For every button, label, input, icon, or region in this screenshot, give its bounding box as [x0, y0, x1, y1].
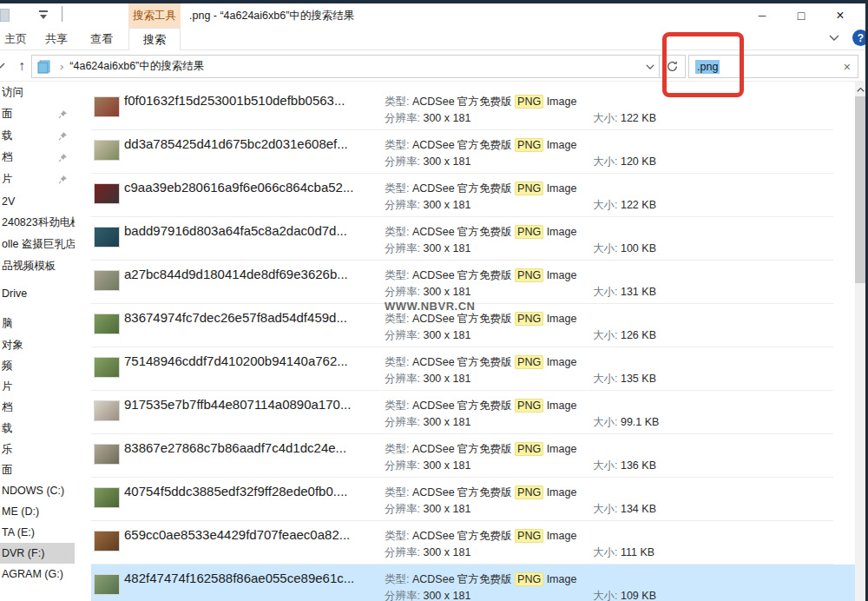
scrollbar-thumb[interactable]: [855, 96, 865, 283]
file-row[interactable]: 482f47474f162588f86ae055ce89e61c... 类型: …: [91, 565, 855, 601]
file-resolution: 分辨率: 300 x 181: [385, 372, 470, 386]
file-resolution: 分辨率: 300 x 181: [385, 328, 470, 343]
window-title: .png - “4a624ai6xb6”中的搜索结果: [189, 3, 354, 28]
file-type: 类型: ACDSee 官方免费版 PNG Image: [385, 138, 576, 153]
tab-view[interactable]: 查看: [82, 28, 122, 50]
file-resolution: 分辨率: 300 x 181: [385, 155, 470, 169]
file-size: 大小: 99.1 KB: [593, 415, 659, 430]
quick-access-toolbar-icon[interactable]: [0, 9, 10, 22]
sidebar-item[interactable]: 访问: [0, 82, 75, 103]
breadcrumb[interactable]: “4a624ai6xb6”中的搜索结果: [69, 59, 204, 74]
sidebar-item[interactable]: Drive: [0, 282, 75, 304]
file-row[interactable]: c9aa39eb280616a9f6e066c864cba52... 类型: A…: [91, 174, 855, 217]
file-row[interactable]: 917535e7b7ffb44e807114a0890a170... 类型: A…: [91, 391, 855, 434]
file-name: c9aa39eb280616a9f6e066c864cba52...: [124, 180, 353, 195]
ribbon-tab-row: 主页 共享 查看 搜索 ?: [0, 28, 865, 50]
address-dropdown-icon[interactable]: [646, 63, 654, 69]
file-name: 83867e27868c7b86aadf7c4d1dc24e...: [124, 440, 346, 455]
file-size: 大小: 135 KB: [593, 372, 656, 386]
sidebar-item-label: 档: [2, 400, 13, 415]
file-row[interactable]: 659cc0ae8533e4429fd707feaec0a82... 类型: A…: [91, 521, 855, 565]
sidebar-item[interactable]: 2V: [0, 190, 75, 212]
minimize-button[interactable]: ─: [748, 3, 776, 28]
file-type: 类型: ACDSee 官方免费版 PNG Image: [385, 399, 576, 413]
sidebar-item[interactable]: 片: [0, 168, 75, 190]
sidebar-item[interactable]: 面: [0, 103, 75, 125]
sidebar-item-label: 240823科劲电机: [2, 215, 75, 230]
file-size: 大小: 122 KB: [593, 111, 656, 126]
sidebar-item[interactable]: NDOWS (C:): [0, 480, 75, 501]
title-bar: 搜索工具 .png - “4a624ai6xb6”中的搜索结果 ─ □ ×: [0, 3, 865, 28]
clear-search-icon[interactable]: ×: [844, 56, 851, 77]
file-row[interactable]: f0f01632f15d253001b510defbb0563... 类型: A…: [91, 87, 855, 130]
explorer-window: 搜索工具 .png - “4a624ai6xb6”中的搜索结果 ─ □ × 主页…: [0, 0, 868, 601]
sidebar-item[interactable]: 面: [0, 459, 75, 480]
file-type: 类型: ACDSee 官方免费版 PNG Image: [385, 572, 576, 587]
sidebar-item[interactable]: 对象: [0, 334, 75, 355]
sidebar-item[interactable]: 片: [0, 376, 75, 397]
address-bar[interactable]: › “4a624ai6xb6”中的搜索结果: [31, 55, 660, 78]
file-name: 40754f5ddc3885edf32f9ff28ede0fb0....: [124, 484, 347, 499]
sidebar-item-label: TA (E:): [2, 526, 35, 538]
file-resolution: 分辨率: 300 x 181: [385, 459, 470, 473]
refresh-button[interactable]: [660, 55, 686, 78]
ribbon-collapse-icon[interactable]: [829, 34, 839, 41]
maximize-button[interactable]: □: [787, 3, 815, 28]
file-row[interactable]: 83867e27868c7b86aadf7c4d1dc24e... 类型: AC…: [91, 434, 855, 478]
search-tools-contextual-tab[interactable]: 搜索工具: [128, 3, 181, 28]
file-thumbnail: [94, 270, 120, 291]
sidebar-item[interactable]: DVR (F:): [0, 543, 75, 564]
file-thumbnail: [94, 96, 120, 117]
file-thumbnail: [94, 487, 120, 508]
search-value[interactable]: .png: [695, 60, 720, 74]
recent-locations-icon[interactable]: [0, 62, 5, 69]
search-results-list: f0f01632f15d253001b510defbb0563... 类型: A…: [91, 87, 855, 601]
customize-quick-access-icon[interactable]: [38, 10, 50, 21]
file-row[interactable]: 40754f5ddc3885edf32f9ff28ede0fb0.... 类型:…: [91, 478, 855, 521]
sidebar-item[interactable]: 脑: [0, 313, 75, 334]
file-size: 大小: 136 KB: [593, 459, 656, 473]
navigation-pane: 访问 面 载 档 片 2V: [0, 82, 75, 601]
sidebar-item-label: NDOWS (C:): [2, 485, 64, 497]
sidebar-item[interactable]: 乐: [0, 439, 75, 459]
file-row[interactable]: badd97916d803a64fa5c8a2dac0d7d... 类型: AC…: [91, 217, 855, 261]
file-thumbnail: [94, 357, 120, 378]
sidebar-item[interactable]: 载: [0, 125, 75, 147]
sidebar-item[interactable]: 载: [0, 418, 75, 439]
tab-share[interactable]: 共享: [36, 28, 76, 50]
breadcrumb-chevron-icon: ›: [60, 60, 63, 73]
close-button[interactable]: ×: [826, 3, 854, 28]
sidebar-item[interactable]: olle 盗摄巨乳店: [0, 234, 75, 255]
file-name: 83674974fc7dec26e57f8ad54df459d...: [124, 310, 347, 325]
file-name: 482f47474f162588f86ae055ce89e61c...: [124, 571, 354, 585]
file-row[interactable]: 75148946cddf7d410200b94140a762... 类型: AC…: [91, 347, 855, 391]
file-size: 大小: 122 KB: [593, 198, 656, 213]
sidebar-item[interactable]: AGRAM (G:): [0, 564, 75, 584]
sidebar-item[interactable]: 档: [0, 397, 75, 418]
search-input[interactable]: .png ×: [688, 55, 858, 78]
file-thumbnail: [94, 444, 120, 465]
sidebar-item[interactable]: ME (D:): [0, 501, 75, 522]
sidebar-item-label: 片: [2, 172, 13, 187]
sidebar-item[interactable]: TA (E:): [0, 522, 75, 543]
sidebar-item[interactable]: 档: [0, 147, 75, 168]
pin-icon: [58, 109, 68, 119]
sidebar-item-label: olle 盗摄巨乳店: [2, 237, 75, 252]
sidebar-item-label: AGRAM (G:): [2, 568, 63, 580]
tab-search[interactable]: 搜索: [128, 28, 181, 50]
file-thumbnail: [94, 140, 120, 161]
pin-icon: [58, 175, 68, 184]
tab-home[interactable]: 主页: [0, 28, 36, 50]
navigation-bar: ↑ › “4a624ai6xb6”中的搜索结果 .png ×: [0, 51, 865, 82]
file-type: 类型: ACDSee 官方免费版 PNG Image: [385, 182, 576, 196]
sidebar-item[interactable]: 频: [0, 355, 75, 376]
file-type: 类型: ACDSee 官方免费版 PNG Image: [385, 355, 576, 370]
file-row[interactable]: dd3a785425d41d675bc2d031e608ef... 类型: AC…: [91, 130, 855, 174]
file-row[interactable]: a27bc844d9d180414de8df69e3626b... 类型: AC…: [91, 261, 855, 304]
vertical-scrollbar[interactable]: [855, 82, 865, 601]
sidebar-item[interactable]: 品视频模板: [0, 255, 75, 277]
scroll-up-icon[interactable]: [855, 82, 865, 96]
sidebar-item[interactable]: 240823科劲电机: [0, 212, 75, 234]
sidebar-item-label: ME (D:): [2, 505, 39, 518]
up-one-level-button[interactable]: ↑: [13, 55, 30, 77]
